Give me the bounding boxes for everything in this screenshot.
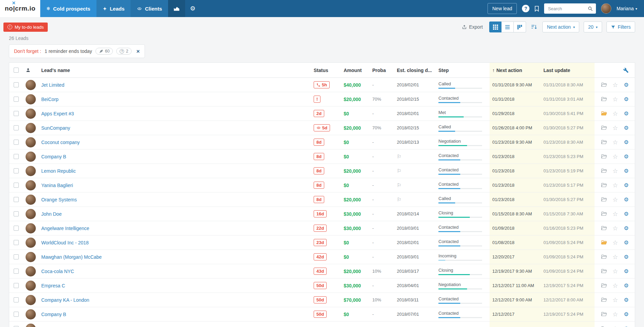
table-row[interactable]: Coca-cola NYC 43d $20,000 10% 2018/03/17… — [9, 264, 635, 279]
folder-icon[interactable] — [601, 97, 607, 102]
new-lead-button[interactable]: New lead — [488, 3, 517, 14]
star-icon[interactable]: ☆ — [613, 268, 618, 274]
lead-name-link[interactable]: Company KA - London — [41, 297, 89, 303]
user-avatar[interactable] — [601, 3, 611, 14]
table-row[interactable]: ⚐ ☆ ⚙ — [9, 322, 635, 327]
star-icon[interactable]: ☆ — [613, 311, 618, 317]
table-row[interactable]: Empresa C 50d $30,000 - 2018/04/01 ⚐ Neg… — [9, 279, 635, 293]
row-settings-icon[interactable]: ⚙ — [624, 254, 629, 260]
lead-name-link[interactable]: Coconut company — [41, 140, 80, 145]
filters-button[interactable]: Filters — [606, 22, 635, 32]
row-checkbox[interactable] — [14, 168, 19, 173]
kanban-view-button[interactable] — [514, 22, 526, 32]
row-checkbox[interactable] — [14, 297, 19, 302]
row-checkbox[interactable] — [14, 111, 19, 116]
row-settings-icon[interactable]: ⚙ — [624, 211, 629, 217]
star-icon[interactable]: ☆ — [613, 96, 618, 102]
row-settings-icon[interactable]: ⚙ — [624, 297, 629, 303]
folder-icon[interactable] — [601, 254, 607, 259]
star-icon[interactable]: ☆ — [613, 254, 618, 260]
lead-name-link[interactable]: Apps Expert #3 — [41, 111, 74, 116]
row-settings-icon[interactable]: ⚙ — [624, 326, 629, 327]
lead-name-link[interactable]: Coca-cola NYC — [41, 269, 74, 274]
star-icon[interactable]: ☆ — [613, 154, 618, 160]
star-icon[interactable]: ☆ — [613, 283, 618, 289]
sort-order-button[interactable] — [530, 24, 538, 30]
star-icon[interactable]: ☆ — [613, 139, 618, 145]
folder-icon[interactable] — [601, 125, 607, 130]
bookmark-icon[interactable] — [535, 6, 539, 12]
table-row[interactable]: SunCompany 5d $20,000 70% 2018/02/15 ⚐ C… — [9, 121, 635, 135]
header-proba[interactable]: Proba — [370, 63, 394, 77]
lead-name-link[interactable]: BeiCorp — [41, 97, 59, 102]
star-icon[interactable]: ☆ — [613, 326, 618, 327]
wrench-icon[interactable] — [623, 68, 629, 73]
row-settings-icon[interactable]: ⚙ — [624, 197, 629, 202]
table-row[interactable]: Coconut company 8d $0 - 2018/02/13 ⚐ Neg… — [9, 135, 635, 150]
star-icon[interactable]: ☆ — [613, 168, 618, 174]
lead-name-link[interactable]: Company B — [41, 312, 66, 317]
search-icon[interactable] — [588, 6, 593, 11]
table-row[interactable]: Company B 8d $0 - ⚐ Contacted 01/2 — [9, 150, 635, 164]
row-checkbox[interactable] — [14, 283, 19, 288]
star-icon[interactable]: ☆ — [613, 297, 618, 303]
table-row[interactable]: BeiCorp ! $20,000 70% 2018/02/15 ⚐ Conta… — [9, 92, 635, 106]
folder-icon[interactable] — [601, 211, 607, 216]
row-checkbox[interactable] — [14, 312, 19, 317]
star-icon[interactable]: ☆ — [613, 82, 618, 88]
star-icon[interactable]: ☆ — [613, 182, 618, 188]
row-settings-icon[interactable]: ⚙ — [624, 140, 629, 145]
table-row[interactable]: Company KA - London 50d $70,000 10% 2018… — [9, 293, 635, 307]
row-checkbox[interactable] — [14, 140, 19, 145]
header-next-action[interactable]: ↑ Next action — [490, 63, 541, 77]
row-checkbox[interactable] — [14, 211, 19, 216]
folder-icon[interactable] — [601, 82, 607, 87]
folder-icon[interactable] — [601, 226, 607, 231]
select-all-checkbox[interactable] — [14, 68, 19, 73]
user-menu[interactable]: Mariana ▾ — [616, 6, 637, 11]
header-step[interactable]: Step — [436, 63, 490, 77]
lead-name-link[interactable]: Empresa C — [41, 283, 65, 288]
tab-cold-prospects[interactable]: ❄ Cold prospects — [40, 0, 96, 17]
row-settings-icon[interactable]: ⚙ — [624, 240, 629, 245]
close-icon[interactable]: × — [136, 48, 140, 54]
row-checkbox[interactable] — [14, 226, 19, 231]
row-checkbox[interactable] — [14, 240, 19, 245]
page-size-dropdown[interactable]: 20 ▾ — [584, 22, 602, 32]
star-icon[interactable]: ☆ — [613, 211, 618, 217]
row-settings-icon[interactable]: ⚙ — [624, 154, 629, 159]
rocket-count-badge[interactable]: 60 — [95, 48, 113, 55]
row-checkbox[interactable] — [14, 183, 19, 188]
row-settings-icon[interactable]: ⚙ — [624, 82, 629, 88]
star-icon[interactable]: ☆ — [613, 111, 618, 117]
folder-icon[interactable] — [601, 283, 607, 288]
tab-clients[interactable]: Clients — [131, 0, 168, 17]
folder-icon[interactable] — [601, 197, 607, 202]
folder-icon[interactable] — [601, 154, 607, 159]
folder-icon[interactable] — [601, 168, 607, 173]
lead-name-link[interactable]: WorldCloud Inc - 2018 — [41, 240, 89, 245]
folder-icon[interactable] — [601, 312, 607, 317]
lead-name-link[interactable]: Jet Limited — [41, 82, 64, 88]
row-checkbox[interactable] — [14, 269, 19, 274]
lead-name-link[interactable]: SunCompany — [41, 125, 70, 131]
table-row[interactable]: WorldCloud Inc - 2018 23d $0 - 2018/02/0… — [9, 236, 635, 250]
tab-admin-settings[interactable]: ⚙ — [185, 0, 200, 17]
table-row[interactable]: Lemon Republic 8d $20,000 - ⚐ Contacted — [9, 164, 635, 178]
table-row[interactable]: Apps Expert #3 2d $0 - 2018/02/01 ⚐ Met — [9, 106, 635, 121]
star-icon[interactable]: ☆ — [613, 240, 618, 246]
folder-icon[interactable] — [601, 183, 607, 188]
row-settings-icon[interactable]: ⚙ — [624, 97, 629, 102]
row-checkbox[interactable] — [14, 97, 19, 102]
folder-icon[interactable] — [601, 111, 607, 116]
app-logo[interactable]: no|crm.io — [0, 0, 40, 17]
table-row[interactable]: Company B 50d $0 - 2018/07/01 ⚐ Contacte… — [9, 307, 635, 322]
folder-icon[interactable] — [601, 240, 607, 245]
table-row[interactable]: Mawghan (Morgan) McCabe 42d $0 - 2018/03… — [9, 250, 635, 264]
header-amount[interactable]: Amount — [341, 63, 370, 77]
header-status[interactable]: Status — [311, 63, 341, 77]
folder-icon[interactable] — [601, 140, 607, 145]
row-checkbox[interactable] — [14, 125, 19, 130]
table-row[interactable]: John Doe 16d $30,000 - 2018/02/14 ⚐ Clos… — [9, 207, 635, 221]
lead-name-link[interactable]: Yanina Baglieri — [41, 183, 73, 188]
